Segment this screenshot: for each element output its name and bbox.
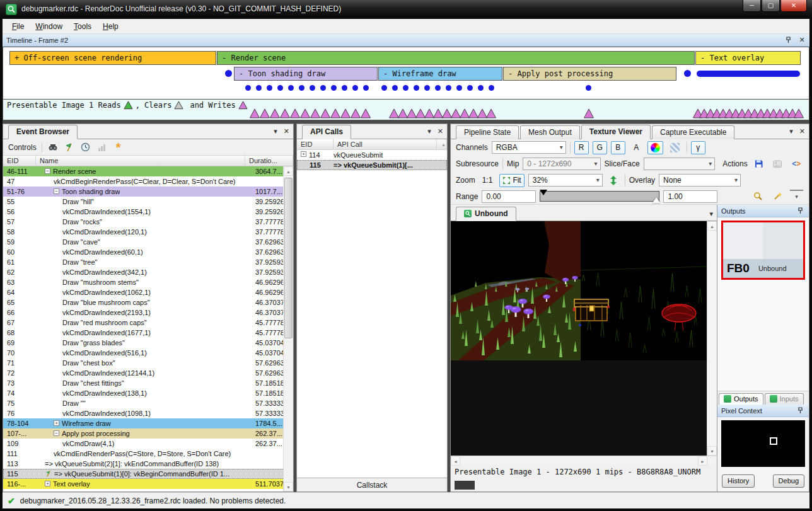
texture-viewport[interactable]: ▲ ▼: [451, 221, 717, 456]
table-row[interactable]: 47vkCmdBeginRenderPass(C=Clear, D=Clear,…: [3, 176, 293, 187]
table-row[interactable]: 116-...+Text overlay511.7037: [3, 479, 293, 489]
table-row[interactable]: 115=> vkQueueSubmit(1)[...: [297, 160, 447, 170]
minimize-button[interactable]: ─: [743, 0, 761, 12]
table-row[interactable]: 46-111−Render scene3064.7...: [3, 166, 293, 176]
scroll-down-icon[interactable]: ▼: [284, 482, 293, 491]
zoom-1to1-button[interactable]: 1:1: [479, 174, 496, 187]
texture-hscrollbar[interactable]: ◄ ►: [451, 456, 717, 465]
close-button[interactable]: ✕: [780, 0, 807, 12]
column-eid[interactable]: EID: [3, 156, 36, 166]
column-eid[interactable]: EID: [297, 139, 334, 149]
pin-icon[interactable]: [798, 207, 805, 214]
channel-red-toggle[interactable]: R: [574, 141, 589, 154]
scroll-right-icon[interactable]: ►: [698, 456, 707, 466]
find-icon[interactable]: [47, 142, 59, 153]
chevron-down-icon[interactable]: ▾: [274, 127, 277, 135]
event-list-scrollbar[interactable]: ▲ ▼: [283, 166, 293, 491]
table-row[interactable]: 71Draw "chest box"57.62963: [3, 358, 293, 368]
collapse-icon[interactable]: −: [45, 168, 50, 174]
gamma-toggle[interactable]: γ: [691, 141, 705, 154]
table-row[interactable]: 76vkCmdDrawIndexed(1098,1)57.33333: [3, 408, 293, 418]
table-row[interactable]: 115=> vkQueueSubmit(1)[0]: vkBeginComman…: [3, 469, 293, 479]
scroll-up-icon[interactable]: ▲: [707, 221, 717, 231]
range-auto-button[interactable]: [770, 190, 786, 203]
timeline-bar[interactable]: - Toon shading draw: [234, 67, 378, 81]
table-row[interactable]: 59Draw "cave"37.62963: [3, 237, 293, 247]
history-button[interactable]: History: [722, 474, 755, 488]
mip-select[interactable]: 0 - 1272x690▾: [523, 158, 600, 170]
tab-inputs[interactable]: Inputs: [765, 393, 804, 405]
menu-help[interactable]: Help: [97, 20, 124, 33]
close-icon[interactable]: ✕: [799, 127, 805, 135]
table-row[interactable]: 107-...−Apply post processing262.37...: [3, 428, 293, 439]
table-row[interactable]: +114vkQueueSubmit: [297, 150, 447, 160]
table-row[interactable]: 66vkCmdDrawIndexed(2193,1)46.37037: [3, 307, 293, 318]
tab-event-browser[interactable]: Event Browser: [8, 125, 78, 139]
table-row[interactable]: 62vkCmdDrawIndexed(342,1)37.92593: [3, 267, 293, 277]
table-row[interactable]: 60vkCmdDrawIndexed(60,1)37.62963: [3, 247, 293, 257]
pin-icon[interactable]: [798, 407, 805, 414]
goto-resource-button[interactable]: <>: [789, 158, 804, 171]
channel-green-toggle[interactable]: G: [593, 141, 607, 154]
scroll-up-icon[interactable]: ▲: [437, 139, 447, 149]
close-icon[interactable]: ✕: [438, 127, 443, 135]
table-row[interactable]: 109vkCmdDraw(4,1)262.37...: [3, 439, 293, 449]
zoom-fit-button[interactable]: Fit: [499, 174, 524, 187]
tab-capture-executable[interactable]: Capture Executable: [652, 125, 734, 139]
timeline-bar[interactable]: + Off-screen scene rendering: [9, 51, 216, 65]
column-api-call[interactable]: API Call: [334, 139, 437, 149]
color-wheel-toggle[interactable]: [647, 141, 663, 154]
collapse-icon[interactable]: −: [54, 430, 59, 436]
close-icon[interactable]: ✕: [284, 127, 289, 135]
timeline-bar[interactable]: - Wireframe draw: [378, 67, 502, 81]
table-row[interactable]: 65Draw "blue mushroom caps"46.37037: [3, 297, 293, 307]
table-row[interactable]: 72vkCmdDrawIndexed(12144,1)57.62963: [3, 368, 293, 378]
open-link-button[interactable]: [770, 158, 785, 171]
debug-button[interactable]: Debug: [773, 474, 804, 488]
timeline-bar[interactable]: - Apply post processing: [503, 67, 676, 81]
table-row[interactable]: 61Draw "tree"37.92593: [3, 257, 293, 267]
scroll-up-icon[interactable]: ▲: [284, 166, 293, 176]
maximize-button[interactable]: ▢: [762, 0, 780, 12]
table-row[interactable]: 57Draw "rocks"37.77778: [3, 217, 293, 227]
pin-icon[interactable]: [786, 37, 793, 43]
column-name[interactable]: Name: [36, 156, 245, 166]
range-white-point-handle[interactable]: [652, 197, 660, 203]
toolbar-overflow-button[interactable]: ▾: [789, 190, 804, 203]
table-row[interactable]: 64vkCmdDrawIndexed(1062,1)46.96296: [3, 287, 293, 297]
range-slider[interactable]: [540, 191, 659, 202]
table-row[interactable]: 55Draw "hill"39.25926: [3, 197, 293, 207]
channels-select[interactable]: RGBA▾: [492, 141, 566, 154]
timeline-bar[interactable]: - Text overlay: [695, 51, 801, 65]
zoom-select[interactable]: 32%▾: [528, 174, 603, 187]
tab-mesh-output[interactable]: Mesh Output: [520, 125, 580, 139]
menu-file[interactable]: File: [6, 20, 30, 33]
table-row[interactable]: 113=> vkQueueSubmit(2)[1]: vkEndCommandB…: [3, 459, 293, 469]
table-row[interactable]: 74vkCmdDrawIndexed(138,1)57.18518: [3, 388, 293, 398]
menu-tools[interactable]: Tools: [68, 20, 97, 33]
expand-icon[interactable]: +: [54, 420, 59, 426]
range-autofit-button[interactable]: [750, 190, 766, 203]
range-min-input[interactable]: 0.00: [482, 190, 536, 203]
tab-outputs[interactable]: Outputs: [719, 393, 763, 405]
table-row[interactable]: 68vkCmdDrawIndexed(1677,1)45.77778: [3, 328, 293, 338]
tab-texture-viewer[interactable]: Texture Viewer: [581, 125, 651, 139]
custom-action-icon[interactable]: *: [113, 142, 124, 153]
chevron-down-icon[interactable]: ▾: [709, 210, 713, 218]
table-row[interactable]: 56vkCmdDrawIndexed(1554,1)39.25926: [3, 207, 293, 217]
scroll-down-icon[interactable]: ▼: [707, 446, 717, 456]
table-row[interactable]: 63Draw "mushroom stems"46.96296: [3, 277, 293, 287]
collapse-icon[interactable]: −: [54, 188, 59, 194]
overlay-select[interactable]: None▾: [659, 174, 741, 187]
tab-pipeline-state[interactable]: Pipeline State: [456, 125, 519, 139]
stats-icon[interactable]: [96, 142, 108, 153]
flip-y-button[interactable]: [606, 174, 621, 187]
expand-icon[interactable]: +: [301, 151, 306, 157]
pixel-context-view[interactable]: [721, 420, 805, 467]
output-thumbnail-fb0[interactable]: FB0 Unbound: [721, 221, 805, 280]
alpha-checker-toggle[interactable]: [667, 141, 683, 154]
table-row[interactable]: 69Draw "grass blades"45.03704: [3, 338, 293, 348]
close-icon[interactable]: ✕: [798, 36, 806, 44]
table-row[interactable]: 70vkCmdDrawIndexed(516,1)45.03704: [3, 348, 293, 358]
slice-face-select[interactable]: ▾: [644, 158, 716, 170]
